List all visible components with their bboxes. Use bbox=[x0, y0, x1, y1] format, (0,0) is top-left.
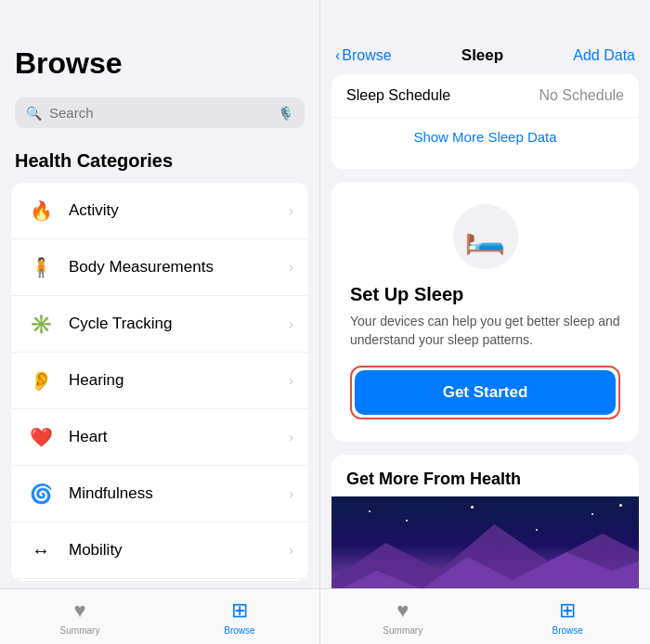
tab-icon-browse: ⊞ bbox=[231, 599, 248, 623]
sleep-schedule-value: No Schedule bbox=[539, 87, 624, 104]
health-categories-header: Health Categories bbox=[0, 143, 319, 175]
tab-icon-summary: ♥ bbox=[73, 599, 85, 623]
chevron-right-icon: › bbox=[289, 260, 293, 275]
back-label: Browse bbox=[342, 47, 391, 64]
get-more-title: Get More From Health bbox=[332, 455, 639, 496]
category-label-heart: Heart bbox=[69, 428, 289, 446]
search-input[interactable] bbox=[49, 105, 270, 121]
category-icon-mobility: ↔️ bbox=[26, 535, 56, 565]
category-label-hearing: Hearing bbox=[69, 371, 289, 390]
tab-icon-right-browse: ⊞ bbox=[559, 599, 576, 623]
setup-sleep-title: Set Up Sleep bbox=[350, 284, 463, 305]
category-icon-hearing: 👂 bbox=[26, 366, 56, 395]
chevron-right-icon: › bbox=[289, 316, 293, 331]
setup-sleep-description: Your devices can help you get better sle… bbox=[350, 313, 620, 349]
right-tab-summary[interactable]: ♥ Summary bbox=[320, 589, 486, 644]
sleep-schedule-label: Sleep Schedule bbox=[346, 87, 450, 104]
category-label-body-measurements: Body Measurements bbox=[69, 258, 289, 277]
chevron-right-icon: › bbox=[289, 543, 293, 558]
tab-label-browse: Browse bbox=[224, 625, 254, 636]
category-item-mindfulness[interactable]: 🌀 Mindfulness › bbox=[11, 466, 308, 522]
chevron-right-icon: › bbox=[289, 486, 293, 501]
category-icon-cycle-tracking: ✳️ bbox=[26, 309, 56, 339]
mic-icon: 🎙️ bbox=[278, 106, 293, 121]
category-icon-activity: 🔥 bbox=[26, 196, 56, 225]
category-icon-body-measurements: 🧍 bbox=[26, 252, 56, 282]
category-label-mindfulness: Mindfulness bbox=[69, 484, 289, 503]
mountain-svg bbox=[332, 496, 639, 588]
browse-title: Browse bbox=[0, 0, 319, 90]
search-bar[interactable]: 🔍 🎙️ bbox=[15, 97, 305, 128]
search-icon: 🔍 bbox=[26, 106, 42, 121]
add-data-button[interactable]: Add Data bbox=[573, 47, 635, 64]
schedule-block: Sleep Schedule No Schedule Show More Sle… bbox=[332, 74, 639, 169]
category-item-body-measurements[interactable]: 🧍 Body Measurements › bbox=[11, 239, 308, 296]
chevron-right-icon: › bbox=[289, 373, 293, 388]
left-tab-browse[interactable]: ⊞ Browse bbox=[160, 589, 319, 644]
left-panel: Browse 🔍 🎙️ Health Categories 🔥 Activity… bbox=[0, 0, 320, 644]
category-item-activity[interactable]: 🔥 Activity › bbox=[11, 183, 308, 239]
category-icon-heart: ❤️ bbox=[26, 422, 56, 452]
get-started-button[interactable]: Get Started bbox=[355, 370, 616, 415]
tab-label-summary: Summary bbox=[60, 625, 100, 636]
category-item-heart[interactable]: ❤️ Heart › bbox=[11, 409, 308, 466]
back-button[interactable]: ‹ Browse bbox=[335, 47, 392, 64]
category-label-cycle-tracking: Cycle Tracking bbox=[69, 315, 289, 333]
chevron-right-icon: › bbox=[289, 430, 293, 444]
category-item-cycle-tracking[interactable]: ✳️ Cycle Tracking › bbox=[11, 296, 308, 353]
category-label-mobility: Mobility bbox=[69, 541, 289, 560]
right-panel: ‹ Browse Sleep Add Data Sleep Schedule N… bbox=[320, 0, 650, 644]
category-item-mobility[interactable]: ↔️ Mobility › bbox=[11, 522, 308, 579]
left-tab-bar: ♥ Summary ⊞ Browse bbox=[0, 588, 319, 644]
get-started-button-wrap: Get Started bbox=[350, 366, 620, 419]
right-tab-browse[interactable]: ⊞ Browse bbox=[486, 589, 651, 644]
bed-icon: 🛏️ bbox=[453, 204, 518, 269]
get-more-image bbox=[332, 496, 639, 588]
chevron-right-icon: › bbox=[289, 203, 293, 218]
tab-label-right-summary: Summary bbox=[383, 625, 422, 636]
right-content: Sleep Schedule No Schedule Show More Sle… bbox=[320, 74, 650, 588]
category-item-hearing[interactable]: 👂 Hearing › bbox=[11, 353, 308, 409]
right-tab-bar: ♥ Summary ⊞ Browse bbox=[320, 588, 650, 644]
sleep-schedule-row: Sleep Schedule No Schedule bbox=[332, 74, 639, 117]
sleep-setup-card: 🛏️ Set Up Sleep Your devices can help yo… bbox=[332, 182, 639, 442]
tab-label-right-browse: Browse bbox=[552, 625, 583, 636]
left-tab-summary[interactable]: ♥ Summary bbox=[0, 589, 160, 644]
category-icon-mindfulness: 🌀 bbox=[26, 479, 56, 509]
nav-bar: ‹ Browse Sleep Add Data bbox=[320, 0, 650, 74]
category-item-nutrition[interactable]: 🍎 Nutrition › bbox=[11, 579, 308, 581]
categories-list: 🔥 Activity › 🧍 Body Measurements › ✳️ Cy… bbox=[11, 183, 308, 581]
tab-icon-right-summary: ♥ bbox=[396, 599, 409, 623]
category-label-activity: Activity bbox=[69, 201, 289, 220]
chevron-left-icon: ‹ bbox=[335, 47, 340, 64]
nav-title: Sleep bbox=[462, 46, 503, 65]
get-more-section: Get More From Health bbox=[332, 455, 639, 588]
show-more-sleep-data-button[interactable]: Show More Sleep Data bbox=[332, 117, 639, 156]
